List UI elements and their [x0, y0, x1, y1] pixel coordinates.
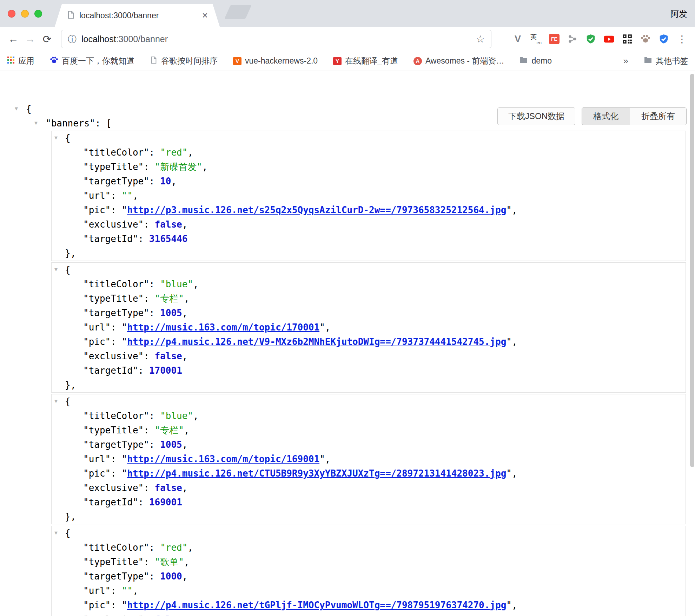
bookmark-baidu[interactable]: 百度一下，你就知道	[50, 55, 134, 66]
collapse-toggle-icon[interactable]: ▼	[54, 130, 58, 145]
json-punct: :	[149, 571, 160, 582]
json-line: "url": "http://music.163.com/m/topic/169…	[52, 452, 686, 466]
json-string-value: "歌单"	[155, 557, 184, 567]
youdao-icon: Y	[333, 57, 342, 65]
graph-icon[interactable]	[564, 31, 581, 47]
apps-label: 应用	[18, 55, 34, 66]
vertical-scrollbar[interactable]	[690, 74, 694, 467]
address-bar[interactable]: ⓘ localhost:3000/banner ☆	[61, 30, 491, 48]
json-url-link[interactable]: http://music.163.com/m/topic/169001	[127, 454, 319, 464]
bookmark-awesomes[interactable]: A Awesomes - 前端资…	[413, 55, 504, 66]
bookmark-label: 在线翻译_有道	[345, 55, 398, 66]
bookmark-star-icon[interactable]: ☆	[476, 33, 485, 45]
json-url-link[interactable]: http://music.163.com/m/topic/170001	[127, 322, 319, 333]
tab-close-icon[interactable]: ×	[202, 11, 208, 20]
apps-shortcut[interactable]: 应用	[7, 55, 34, 66]
json-number-value: 1000	[160, 571, 182, 582]
json-object-box: ▼{"titleColor": "red","typeTitle": "新碟首发…	[51, 131, 686, 261]
json-string-value: ""	[122, 190, 133, 201]
other-bookmarks-folder[interactable]: 其他书签	[644, 55, 688, 66]
json-url-link[interactable]: http://p4.music.126.net/CTU5B9R9y3XyYBZX…	[127, 468, 506, 479]
bookmark-vue-hackernews[interactable]: V vue-hackernews-2.0	[233, 56, 318, 66]
collapse-toggle-icon[interactable]: ▼	[54, 394, 58, 408]
json-number-value: 10	[160, 176, 171, 186]
json-number-value: 1005	[160, 439, 182, 450]
youtube-icon[interactable]	[601, 31, 617, 47]
json-string-value: "red"	[160, 147, 187, 158]
json-line: "url": "http://music.163.com/m/topic/170…	[52, 320, 686, 335]
json-key: "titleColor"	[83, 147, 149, 158]
json-punct: :	[144, 614, 154, 616]
json-boolean-value: false	[155, 219, 182, 230]
vimium-icon[interactable]: V	[510, 31, 526, 47]
json-punct: :	[111, 322, 121, 333]
bookmark-label: vue-hackernews-2.0	[245, 56, 318, 66]
json-line: "targetType": 1000,	[52, 569, 686, 584]
new-tab-button[interactable]	[224, 5, 252, 19]
bookmark-label: 谷歌按时间排序	[161, 55, 218, 66]
paw-icon[interactable]	[637, 31, 654, 47]
browser-tab[interactable]: localhost:3000/banner ×	[55, 4, 220, 27]
qr-code-icon[interactable]	[619, 31, 635, 47]
json-line: ▼{	[0, 102, 695, 116]
json-punct: ,	[184, 293, 190, 304]
json-url-link[interactable]: http://p4.music.126.net/V9-MXz6b2MNhEKju…	[127, 336, 506, 347]
json-key: "typeTitle"	[83, 557, 144, 567]
json-punct: {	[65, 528, 71, 538]
json-punct: ,	[187, 147, 193, 158]
blue-shield-icon[interactable]	[656, 31, 672, 47]
json-punct: "	[122, 600, 127, 610]
json-line: ▼{	[52, 131, 686, 145]
json-string-value: "新碟首发"	[155, 162, 202, 172]
close-window-button[interactable]	[8, 10, 15, 18]
json-punct: {	[65, 396, 71, 407]
json-url-link[interactable]: http://p3.music.126.net/s25q2x5QyqsAzilC…	[127, 205, 506, 215]
awesomes-icon: A	[413, 57, 422, 65]
folder-icon	[644, 56, 652, 66]
folder-icon	[519, 56, 528, 66]
bookmark-youdao-translate[interactable]: Y 在线翻译_有道	[333, 55, 398, 66]
forward-button[interactable]: →	[22, 31, 39, 47]
json-punct: :	[111, 205, 121, 215]
minimize-window-button[interactable]	[21, 10, 29, 18]
collapse-toggle-icon[interactable]: ▼	[54, 525, 58, 540]
browser-menu-icon[interactable]: ⋮	[674, 31, 690, 47]
json-punct: :	[111, 468, 121, 479]
reload-button[interactable]: ⟳	[39, 31, 55, 47]
json-key: "titleColor"	[83, 279, 149, 289]
json-punct: :	[144, 162, 154, 172]
fe-icon[interactable]: FE	[546, 31, 562, 47]
json-key: "titleColor"	[83, 411, 149, 421]
json-key: "targetId"	[83, 497, 138, 507]
bookmark-folder-demo[interactable]: demo	[519, 56, 552, 66]
other-bookmarks-label: 其他书签	[656, 55, 688, 66]
zoom-window-button[interactable]	[34, 10, 42, 18]
profile-name[interactable]: 阿发	[670, 8, 687, 20]
collapse-toggle-icon[interactable]: ▼	[34, 116, 38, 130]
json-punct: :	[111, 585, 121, 596]
json-string-value: "专栏"	[155, 425, 184, 435]
green-shield-icon[interactable]	[583, 31, 599, 47]
json-line: "targetType": 10,	[52, 174, 686, 189]
json-line: "typeTitle": "新碟首发",	[52, 160, 686, 174]
collapse-toggle-icon[interactable]: ▼	[15, 101, 18, 116]
site-info-icon[interactable]: ⓘ	[68, 33, 77, 45]
bookmarks-overflow-chevron[interactable]: »	[623, 55, 628, 66]
bookmark-google-sort[interactable]: 谷歌按时间排序	[150, 55, 218, 66]
json-line: "typeTitle": "专栏",	[52, 291, 686, 306]
json-punct: :	[149, 411, 160, 421]
json-key: "typeTitle"	[83, 162, 144, 172]
json-punct: "	[506, 468, 512, 479]
json-punct: {	[26, 104, 32, 114]
collapse-toggle-icon[interactable]: ▼	[54, 262, 58, 276]
json-punct: {	[65, 264, 71, 275]
json-url-link[interactable]: http://p4.music.126.net/tGPljf-IMOCyPvum…	[127, 600, 506, 610]
json-line: },	[52, 378, 686, 392]
translate-icon[interactable]: 英en	[528, 31, 544, 47]
json-line: "targetId": 169001	[52, 495, 686, 510]
json-punct: ,	[184, 425, 190, 435]
json-line: "exclusive": false,	[52, 217, 686, 232]
json-key: "url"	[83, 322, 111, 333]
json-line: "url": "",	[52, 189, 686, 203]
back-button[interactable]: ←	[5, 31, 22, 47]
